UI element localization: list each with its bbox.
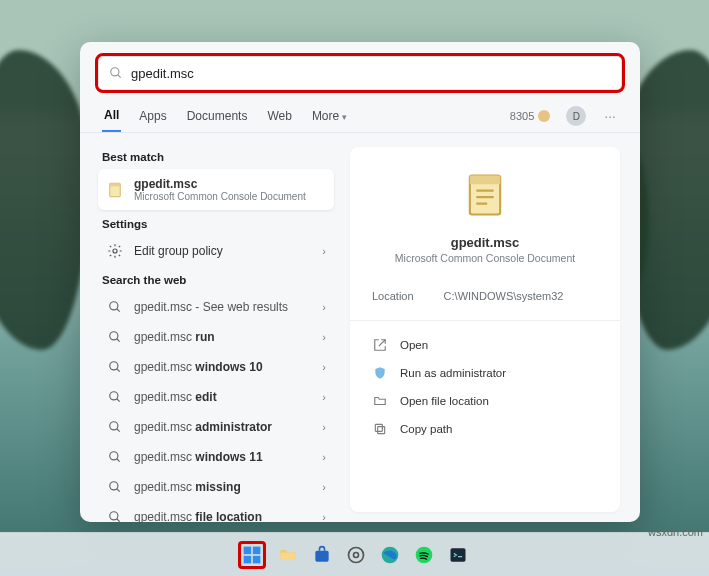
web-result[interactable]: gpedit.msc windows 11› xyxy=(98,442,334,472)
svg-line-8 xyxy=(117,339,120,342)
svg-point-5 xyxy=(110,302,118,310)
section-settings: Settings xyxy=(102,218,330,230)
chevron-right-icon: › xyxy=(322,301,326,313)
watermark: wsxdn.com xyxy=(648,526,703,538)
svg-rect-26 xyxy=(252,546,260,554)
terminal-icon xyxy=(448,545,468,565)
edge-icon xyxy=(380,545,400,565)
document-icon xyxy=(106,181,124,199)
taskbar-settings[interactable] xyxy=(342,541,370,569)
chevron-right-icon: › xyxy=(322,421,326,433)
search-icon xyxy=(106,478,124,496)
svg-rect-25 xyxy=(243,546,251,554)
spotify-icon xyxy=(414,545,434,565)
action-open[interactable]: Open xyxy=(372,331,598,359)
detail-document-icon xyxy=(459,169,511,221)
taskbar-spotify[interactable] xyxy=(410,541,438,569)
chevron-right-icon: › xyxy=(322,361,326,373)
svg-point-17 xyxy=(110,482,118,490)
search-icon xyxy=(106,448,124,466)
tab-all[interactable]: All xyxy=(102,100,121,132)
svg-rect-3 xyxy=(110,183,121,186)
search-icon xyxy=(106,418,124,436)
svg-rect-23 xyxy=(378,427,385,434)
gear-icon xyxy=(346,545,366,565)
svg-rect-24 xyxy=(375,424,382,431)
svg-line-6 xyxy=(117,309,120,312)
chevron-right-icon: › xyxy=(322,451,326,463)
web-result[interactable]: gpedit.msc edit› xyxy=(98,382,334,412)
store-icon xyxy=(312,545,332,565)
svg-point-19 xyxy=(110,512,118,520)
taskbar-store[interactable] xyxy=(308,541,336,569)
svg-line-16 xyxy=(117,459,120,462)
taskbar-start-button[interactable] xyxy=(238,541,266,569)
chevron-right-icon: › xyxy=(322,511,326,522)
search-icon xyxy=(106,298,124,316)
svg-rect-35 xyxy=(450,548,465,561)
chevron-right-icon: › xyxy=(322,391,326,403)
more-menu[interactable]: ··· xyxy=(602,108,618,124)
svg-line-20 xyxy=(117,519,120,522)
chevron-right-icon: › xyxy=(322,481,326,493)
search-input[interactable]: gpedit.msc xyxy=(98,56,622,90)
best-match-subtitle: Microsoft Common Console Document xyxy=(134,191,306,202)
start-search-panel: gpedit.msc All Apps Documents Web More▾ … xyxy=(80,42,640,522)
svg-rect-29 xyxy=(280,552,295,560)
results-list: Best match gpedit.msc Microsoft Common C… xyxy=(80,133,340,522)
web-result[interactable]: gpedit.msc file location› xyxy=(98,502,334,522)
gear-icon xyxy=(106,242,124,260)
taskbar xyxy=(0,532,709,576)
web-result[interactable]: gpedit.msc missing› xyxy=(98,472,334,502)
search-icon xyxy=(106,358,124,376)
svg-line-18 xyxy=(117,489,120,492)
tab-more[interactable]: More▾ xyxy=(310,101,349,131)
svg-point-31 xyxy=(353,552,358,557)
section-search-web: Search the web xyxy=(102,274,330,286)
svg-point-13 xyxy=(110,422,118,430)
svg-line-10 xyxy=(117,369,120,372)
detail-card: gpedit.msc Microsoft Common Console Docu… xyxy=(350,147,620,512)
rewards-points[interactable]: 8305 xyxy=(510,110,550,122)
web-result[interactable]: gpedit.msc run› xyxy=(98,322,334,352)
svg-rect-30 xyxy=(315,550,328,561)
svg-rect-22 xyxy=(470,176,500,185)
taskbar-edge[interactable] xyxy=(376,541,404,569)
settings-result[interactable]: Edit group policy › xyxy=(98,236,334,266)
web-result[interactable]: gpedit.msc administrator› xyxy=(98,412,334,442)
best-match-result[interactable]: gpedit.msc Microsoft Common Console Docu… xyxy=(98,169,334,210)
tab-documents[interactable]: Documents xyxy=(185,101,250,131)
detail-location-value: C:\WINDOWS\system32 xyxy=(444,290,564,302)
folder-icon xyxy=(372,393,388,409)
detail-subtitle: Microsoft Common Console Document xyxy=(372,252,598,264)
svg-line-12 xyxy=(117,399,120,402)
svg-point-9 xyxy=(110,362,118,370)
taskbar-explorer[interactable] xyxy=(274,541,302,569)
svg-line-1 xyxy=(118,75,121,78)
taskbar-terminal[interactable] xyxy=(444,541,472,569)
svg-rect-28 xyxy=(252,555,260,563)
action-copy-path[interactable]: Copy path xyxy=(372,415,598,443)
svg-point-4 xyxy=(113,249,117,253)
shield-icon xyxy=(372,365,388,381)
section-best-match: Best match xyxy=(102,151,330,163)
tab-web[interactable]: Web xyxy=(265,101,293,131)
filter-tabs: All Apps Documents Web More▾ 8305 D ··· xyxy=(80,94,640,133)
action-run-admin[interactable]: Run as administrator xyxy=(372,359,598,387)
tab-apps[interactable]: Apps xyxy=(137,101,168,131)
svg-point-0 xyxy=(111,68,119,76)
search-icon xyxy=(106,508,124,522)
chevron-right-icon: › xyxy=(322,245,326,257)
windows-icon xyxy=(242,545,262,565)
chevron-right-icon: › xyxy=(322,331,326,343)
user-avatar[interactable]: D xyxy=(566,106,586,126)
action-open-location[interactable]: Open file location xyxy=(372,387,598,415)
web-result[interactable]: gpedit.msc windows 10› xyxy=(98,352,334,382)
medal-icon xyxy=(538,110,550,122)
best-match-title: gpedit.msc xyxy=(134,177,306,191)
web-result[interactable]: gpedit.msc - See web results› xyxy=(98,292,334,322)
copy-icon xyxy=(372,421,388,437)
svg-point-32 xyxy=(348,547,363,562)
svg-point-15 xyxy=(110,452,118,460)
detail-location-label: Location xyxy=(372,290,414,302)
